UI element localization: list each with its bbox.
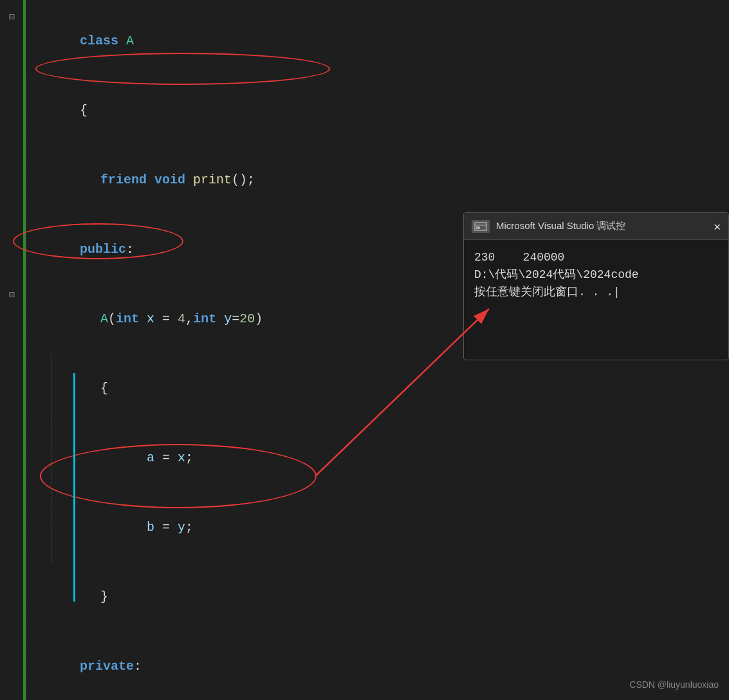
cyan-vertical-line [73,373,75,602]
code-editor: ⊟ class A { friend void print(); public:… [0,0,463,700]
code-line: { [0,354,463,423]
console-title-text: Microsoft Visual Studio 调试控 [496,220,625,232]
code-text: A(int x = 4,int y=20) [23,284,263,354]
console-icon [472,220,490,233]
code-text: public: [23,215,134,284]
code-line: ⊟ A(int x = 4,int y=20) [0,284,463,354]
console-window: Microsoft Visual Studio 调试控 ✕ 230 240000… [463,212,729,360]
console-output-line-3: 按任意键关闭此窗口. . .| [474,284,718,301]
console-close-button[interactable]: ✕ [714,219,721,234]
gutter-collapse[interactable]: ⊟ [0,284,23,308]
code-line: b = y; [0,493,463,562]
code-text: private: [23,632,142,700]
code-text: friend void print(); [23,145,255,215]
code-line: a = x; [0,423,463,493]
watermark: CSDN @liuyunluoxiao [629,679,719,690]
console-output-line-2: D:\代码\2024代码\2024code [474,266,718,284]
gutter-collapse[interactable]: ⊟ [0,6,23,30]
svg-rect-2 [476,226,480,229]
console-title-left: Microsoft Visual Studio 调试控 [472,220,625,233]
code-text: { [23,76,88,145]
code-text: class A [23,6,134,76]
code-line: public: [0,215,463,284]
console-titlebar: Microsoft Visual Studio 调试控 ✕ [464,213,728,240]
code-text: } [23,562,108,632]
console-output-line-1: 230 240000 [474,249,718,266]
code-line: } [0,562,463,632]
code-text: b = y; [23,493,193,562]
code-line: ⊟ class A [0,6,463,76]
code-text: a = x; [23,423,193,493]
code-text: { [23,354,108,423]
code-line: friend void print(); [0,145,463,215]
code-line: private: [0,632,463,700]
code-line: { [0,76,463,145]
console-body: 230 240000 D:\代码\2024代码\2024code 按任意键关闭此… [464,240,728,310]
